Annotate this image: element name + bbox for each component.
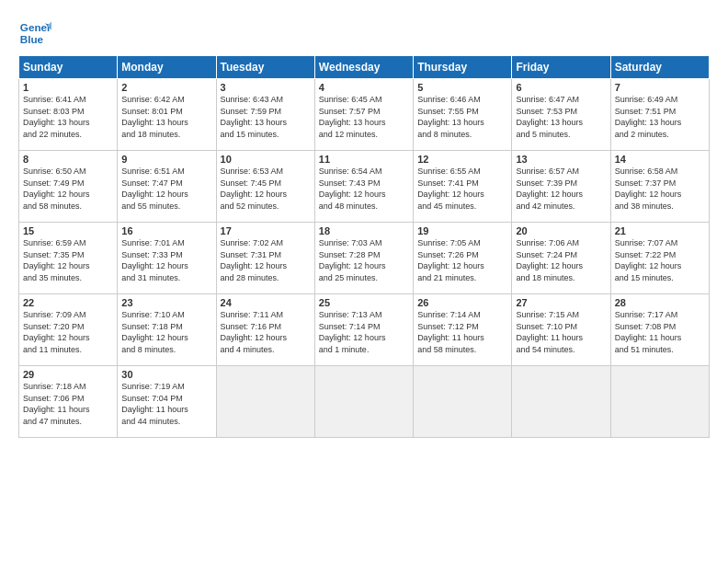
calendar-week-row: 15 Sunrise: 6:59 AM Sunset: 7:35 PM Dayl…	[19, 223, 710, 294]
svg-text:General: General	[20, 21, 51, 33]
sunset: Sunset: 7:08 PM	[615, 322, 677, 331]
calendar-cell: 15 Sunrise: 6:59 AM Sunset: 7:35 PM Dayl…	[19, 223, 118, 294]
calendar-cell: 27 Sunrise: 7:15 AM Sunset: 7:10 PM Dayl…	[512, 294, 610, 366]
daylight-minutes: and 48 minutes.	[319, 201, 378, 211]
calendar-cell: 26 Sunrise: 7:14 AM Sunset: 7:12 PM Dayl…	[414, 294, 512, 366]
day-info: Sunrise: 6:55 AM Sunset: 7:41 PM Dayligh…	[417, 166, 507, 212]
calendar-header-wednesday: Wednesday	[314, 56, 413, 79]
daylight-minutes: and 2 minutes.	[615, 130, 669, 139]
daylight-minutes: and 51 minutes.	[615, 345, 674, 354]
day-info: Sunrise: 7:15 AM Sunset: 7:10 PM Dayligh…	[516, 309, 606, 355]
calendar-header-row: SundayMondayTuesdayWednesdayThursdayFrid…	[19, 56, 710, 79]
day-number: 15	[23, 225, 113, 236]
sunset: Sunset: 7:18 PM	[121, 322, 183, 331]
day-number: 9	[121, 154, 211, 165]
day-info: Sunrise: 6:51 AM Sunset: 7:47 PM Dayligh…	[121, 166, 211, 212]
daylight-hours: Daylight: 12 hours	[319, 333, 386, 342]
calendar-cell: 7 Sunrise: 6:49 AM Sunset: 7:51 PM Dayli…	[610, 79, 709, 151]
day-number: 4	[319, 82, 409, 93]
calendar-cell	[314, 366, 413, 438]
daylight-minutes: and 8 minutes.	[121, 345, 176, 354]
day-info: Sunrise: 6:41 AM Sunset: 8:03 PM Dayligh…	[23, 94, 113, 140]
calendar-cell: 11 Sunrise: 6:54 AM Sunset: 7:43 PM Dayl…	[314, 151, 413, 223]
calendar-cell: 24 Sunrise: 7:11 AM Sunset: 7:16 PM Dayl…	[216, 294, 314, 366]
sunset: Sunset: 7:47 PM	[121, 178, 183, 188]
day-number: 16	[121, 225, 211, 236]
calendar-cell: 30 Sunrise: 7:19 AM Sunset: 7:04 PM Dayl…	[118, 366, 216, 438]
daylight-minutes: and 38 minutes.	[615, 201, 674, 211]
calendar-cell: 3 Sunrise: 6:43 AM Sunset: 7:59 PM Dayli…	[216, 79, 314, 151]
calendar-cell: 17 Sunrise: 7:02 AM Sunset: 7:31 PM Dayl…	[216, 223, 314, 294]
daylight-hours: Daylight: 11 hours	[417, 333, 484, 342]
daylight-hours: Daylight: 12 hours	[516, 261, 583, 270]
daylight-hours: Daylight: 12 hours	[319, 190, 386, 199]
sunset: Sunset: 7:35 PM	[23, 250, 85, 259]
sunrise: Sunrise: 6:51 AM	[121, 167, 185, 176]
daylight-hours: Daylight: 12 hours	[417, 190, 484, 199]
daylight-minutes: and 22 minutes.	[23, 130, 82, 139]
day-info: Sunrise: 6:43 AM Sunset: 7:59 PM Dayligh…	[221, 94, 311, 140]
daylight-minutes: and 35 minutes.	[23, 273, 82, 282]
day-info: Sunrise: 6:53 AM Sunset: 7:45 PM Dayligh…	[221, 166, 311, 212]
day-number: 28	[615, 297, 705, 308]
calendar-cell	[512, 366, 610, 438]
calendar-cell: 13 Sunrise: 6:57 AM Sunset: 7:39 PM Dayl…	[512, 151, 610, 223]
daylight-hours: Daylight: 11 hours	[121, 405, 188, 414]
day-info: Sunrise: 7:02 AM Sunset: 7:31 PM Dayligh…	[221, 237, 311, 283]
sunset: Sunset: 7:20 PM	[23, 322, 85, 331]
calendar-week-row: 22 Sunrise: 7:09 AM Sunset: 7:20 PM Dayl…	[19, 294, 710, 366]
daylight-hours: Daylight: 12 hours	[23, 261, 90, 270]
sunrise: Sunrise: 6:58 AM	[615, 167, 678, 176]
sunset: Sunset: 7:24 PM	[516, 250, 577, 259]
day-number: 29	[23, 369, 113, 380]
sunrise: Sunrise: 7:15 AM	[516, 310, 579, 319]
day-info: Sunrise: 6:42 AM Sunset: 8:01 PM Dayligh…	[121, 94, 211, 140]
sunrise: Sunrise: 7:14 AM	[417, 310, 481, 319]
sunset: Sunset: 7:43 PM	[319, 178, 381, 188]
sunset: Sunset: 7:41 PM	[417, 178, 479, 188]
sunrise: Sunrise: 6:53 AM	[221, 167, 284, 176]
sunrise: Sunrise: 7:09 AM	[23, 310, 86, 319]
sunset: Sunset: 7:16 PM	[221, 322, 282, 331]
calendar-cell: 19 Sunrise: 7:05 AM Sunset: 7:26 PM Dayl…	[414, 223, 512, 294]
daylight-hours: Daylight: 13 hours	[615, 118, 682, 127]
day-info: Sunrise: 7:13 AM Sunset: 7:14 PM Dayligh…	[319, 309, 409, 355]
sunrise: Sunrise: 7:01 AM	[121, 238, 185, 247]
daylight-minutes: and 15 minutes.	[221, 130, 279, 139]
day-info: Sunrise: 6:50 AM Sunset: 7:49 PM Dayligh…	[23, 166, 113, 212]
daylight-hours: Daylight: 11 hours	[23, 405, 90, 414]
calendar-cell: 12 Sunrise: 6:55 AM Sunset: 7:41 PM Dayl…	[414, 151, 512, 223]
calendar-header-sunday: Sunday	[19, 56, 118, 79]
sunset: Sunset: 8:01 PM	[121, 107, 183, 116]
sunrise: Sunrise: 7:07 AM	[615, 238, 678, 247]
header: General Blue	[18, 17, 710, 50]
daylight-minutes: and 45 minutes.	[417, 201, 476, 211]
sunset: Sunset: 7:06 PM	[23, 394, 85, 403]
day-info: Sunrise: 6:59 AM Sunset: 7:35 PM Dayligh…	[23, 237, 113, 283]
sunrise: Sunrise: 7:03 AM	[319, 238, 382, 247]
calendar-cell: 14 Sunrise: 6:58 AM Sunset: 7:37 PM Dayl…	[610, 151, 709, 223]
day-number: 22	[23, 297, 113, 308]
calendar-cell: 4 Sunrise: 6:45 AM Sunset: 7:57 PM Dayli…	[314, 79, 413, 151]
daylight-minutes: and 21 minutes.	[417, 273, 476, 282]
daylight-hours: Daylight: 12 hours	[121, 261, 188, 270]
calendar-table: SundayMondayTuesdayWednesdayThursdayFrid…	[18, 55, 710, 438]
day-info: Sunrise: 7:01 AM Sunset: 7:33 PM Dayligh…	[121, 237, 211, 283]
sunset: Sunset: 7:59 PM	[221, 107, 282, 116]
sunset: Sunset: 7:55 PM	[417, 107, 479, 116]
day-number: 11	[319, 154, 409, 165]
daylight-minutes: and 54 minutes.	[516, 345, 574, 354]
logo-icon: General Blue	[18, 17, 51, 50]
sunrise: Sunrise: 7:06 AM	[516, 238, 579, 247]
day-info: Sunrise: 7:06 AM Sunset: 7:24 PM Dayligh…	[516, 237, 606, 283]
sunrise: Sunrise: 7:13 AM	[319, 310, 382, 319]
calendar-cell: 21 Sunrise: 7:07 AM Sunset: 7:22 PM Dayl…	[610, 223, 709, 294]
daylight-minutes: and 8 minutes.	[417, 130, 472, 139]
sunset: Sunset: 7:51 PM	[615, 107, 677, 116]
calendar-cell: 28 Sunrise: 7:17 AM Sunset: 7:08 PM Dayl…	[610, 294, 709, 366]
day-info: Sunrise: 7:18 AM Sunset: 7:06 PM Dayligh…	[23, 381, 113, 427]
calendar-cell: 6 Sunrise: 6:47 AM Sunset: 7:53 PM Dayli…	[512, 79, 610, 151]
sunset: Sunset: 7:31 PM	[221, 250, 282, 259]
sunrise: Sunrise: 7:17 AM	[615, 310, 678, 319]
daylight-hours: Daylight: 13 hours	[516, 118, 583, 127]
